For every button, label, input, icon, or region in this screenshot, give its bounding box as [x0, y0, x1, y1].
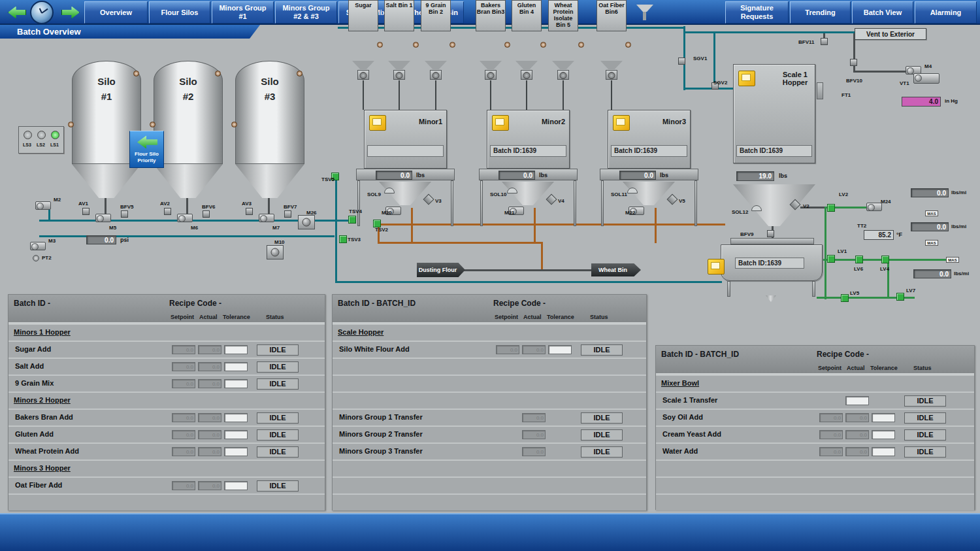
slide-valve-icon — [841, 294, 849, 302]
bin-9-grain[interactable]: 9 Grain Bin 2 — [421, 0, 451, 31]
tag-tsv2: TSV2 — [375, 227, 388, 233]
product-icon — [708, 259, 725, 275]
section-row: Minors 3 Hopper — [8, 461, 325, 476]
tag-m2: M2 — [54, 197, 61, 203]
valve-icon — [546, 194, 557, 205]
rotary-feeder-icon — [485, 70, 497, 80]
tag-ft1: FT1 — [841, 92, 851, 98]
spacer-row — [333, 461, 646, 476]
leg — [357, 180, 360, 226]
minor1-weight-display: 0.0 — [376, 171, 412, 180]
step-row: 9 Grain Mix 0.0 0.0 IDLE — [8, 376, 325, 392]
step-row: Minors Group 3 Transfer 0.0 IDLE — [333, 444, 646, 459]
step-label: Scale 1 Transfer — [662, 396, 717, 404]
section-title: Minors 1 Hopper — [14, 328, 71, 336]
pipe — [378, 242, 542, 244]
bin-cone — [600, 61, 623, 69]
flour-silo-priority-button[interactable]: Flour Silo Priority — [129, 131, 164, 168]
bin-bakers-bran[interactable]: Bakers Bran Bin3 — [476, 0, 506, 31]
product-icon — [369, 115, 386, 131]
col-setpoint: Setpoint — [171, 314, 194, 320]
minor1-title: Minor1 — [404, 118, 442, 125]
world-clock-icon[interactable] — [30, 1, 54, 24]
bin-salt[interactable]: Salt Bin 1 — [384, 0, 414, 31]
bin-sugar[interactable]: Sugar — [348, 0, 378, 31]
actual-value: 0.0 — [198, 481, 221, 490]
step-row: Salt Add 0.0 0.0 IDLE — [8, 359, 325, 375]
tag-sol9: SOL9 — [367, 192, 381, 197]
recipe-code-label: Recipe Code - — [817, 350, 869, 359]
tag-bfv9: BFV9 — [740, 231, 753, 237]
flour-silo-priority-label: Flour Silo Priority — [130, 151, 163, 163]
slide-valve-icon — [827, 255, 835, 263]
status-badge: IDLE — [257, 429, 299, 441]
spacer-row — [333, 495, 646, 510]
vacuum-readout: 4.0 — [902, 97, 941, 107]
setpoint-value: 0.0 — [172, 430, 195, 439]
pressure-unit: psi — [120, 237, 129, 243]
setpoint-value: 0.0 — [172, 413, 195, 422]
bin-wheat-protein-isolate[interactable]: Wheat Protein Isolate Bin 5 — [548, 0, 578, 31]
slide-valve-icon — [896, 293, 904, 301]
spacer-row — [333, 376, 646, 392]
pipe — [378, 224, 725, 225]
tab-flour-silos[interactable]: Flour Silos — [149, 1, 210, 24]
setpoint-value: 0.0 — [819, 413, 843, 422]
tolerance-value — [224, 413, 248, 422]
pump-icon — [35, 201, 51, 210]
forward-button[interactable] — [59, 3, 82, 22]
status-badge: IDLE — [257, 480, 299, 492]
setpoint-value: 0.0 — [819, 430, 843, 439]
slide-valve-icon — [855, 256, 863, 263]
tag-m24: M24 — [881, 199, 891, 205]
leg — [480, 180, 483, 226]
panel-body: Mixer Bowl Scale 1 Transfer IDLE Soy Oil… — [656, 375, 974, 510]
actual-value: 0.0 — [522, 430, 546, 439]
tab-signature-requests[interactable]: Signature Requests — [725, 1, 789, 24]
tag-lv4: LV4 — [880, 266, 889, 272]
setpoint-value: 0.0 — [172, 345, 195, 354]
step-label: Silo White Flour Add — [339, 345, 410, 353]
tab-overview[interactable]: Overview — [84, 1, 148, 24]
sol-valve-icon — [384, 188, 395, 193]
tab-trending[interactable]: Trending — [790, 1, 851, 24]
spacer-row — [656, 461, 974, 476]
section-title: Scale Hopper — [338, 328, 384, 336]
tab-batch-view[interactable]: Batch View — [852, 1, 913, 24]
feeder-icon — [267, 245, 284, 259]
rotary-feeder-icon — [430, 70, 442, 80]
recipe-code-label: Recipe Code - — [493, 299, 546, 308]
tab-alarming[interactable]: Alarming — [915, 1, 977, 24]
mixer-batch-id: Batch ID:1639 — [735, 258, 804, 269]
col-setpoint: Setpoint — [818, 365, 841, 371]
minor3-batch-id: Batch ID:1639 — [611, 145, 687, 157]
section-title: Minors 3 Hopper — [14, 464, 71, 472]
forward-arrow-icon — [61, 6, 80, 19]
bin-oat-fiber[interactable]: Oat Fiber Bin6 — [596, 0, 627, 31]
setpoint-value: 0.0 — [172, 447, 195, 456]
tab-minors-group-1[interactable]: Minors Group #1 — [212, 1, 274, 24]
scale-hopper-title: Scale 1 Hopper — [779, 71, 811, 86]
status-badge: IDLE — [904, 446, 946, 458]
pipe — [490, 80, 491, 110]
back-button[interactable] — [5, 3, 29, 22]
tab-minors-group-2-3[interactable]: Minors Group #2 & #3 — [275, 1, 337, 24]
pipe — [411, 208, 413, 243]
pipe — [611, 80, 612, 110]
col-status: Status — [590, 314, 608, 320]
status-bar: PLC Mem Remote GBREHMERSWBBAT Operator 5… — [0, 513, 980, 551]
funnel-icon — [636, 5, 653, 12]
tag-tsv4: TSV4 — [349, 209, 362, 214]
pump-icon — [866, 203, 882, 211]
mixer-batch-panel: Batch ID - BATCH_ID Recipe Code - Setpoi… — [655, 345, 975, 510]
status-badge: IDLE — [581, 412, 623, 424]
minor2-title: Minor2 — [527, 118, 565, 125]
tag-lv7: LV7 — [906, 288, 915, 293]
bin-gluten[interactable]: Gluten Bin 4 — [512, 0, 542, 31]
step-row: Silo White Flour Add 0.0 0.0 IDLE — [333, 342, 646, 358]
sensor-icon — [540, 42, 546, 48]
pressure-readout: 0.0 — [86, 235, 116, 244]
scale-weight-unit: lbs — [779, 173, 787, 179]
tag-m5: M5 — [109, 225, 116, 231]
silo-3[interactable]: Silo#3 — [235, 61, 304, 164]
